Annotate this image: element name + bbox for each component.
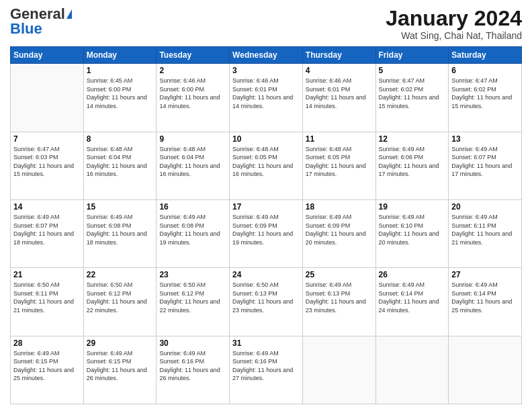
- calendar-cell: 14 Sunrise: 6:49 AM Sunset: 6:07 PM Dayl…: [11, 199, 84, 267]
- calendar-week-3: 14 Sunrise: 6:49 AM Sunset: 6:07 PM Dayl…: [11, 199, 522, 267]
- calendar-cell: 15 Sunrise: 6:49 AM Sunset: 6:08 PM Dayl…: [83, 199, 157, 267]
- calendar-cell: 7 Sunrise: 6:47 AM Sunset: 6:03 PM Dayli…: [11, 132, 84, 199]
- cell-info: Sunrise: 6:48 AM Sunset: 6:05 PM Dayligh…: [306, 145, 373, 179]
- calendar-cell: 24 Sunrise: 6:50 AM Sunset: 6:13 PM Dayl…: [230, 268, 303, 336]
- day-number: 15: [87, 202, 154, 212]
- cell-info: Sunrise: 6:50 AM Sunset: 6:12 PM Dayligh…: [159, 281, 226, 314]
- calendar-cell: [449, 336, 522, 404]
- day-number: 7: [13, 134, 81, 144]
- calendar-cell: 31 Sunrise: 6:49 AM Sunset: 6:16 PM Dayl…: [230, 336, 303, 404]
- cell-info: Sunrise: 6:49 AM Sunset: 6:14 PM Dayligh…: [451, 281, 519, 314]
- cell-info: Sunrise: 6:48 AM Sunset: 6:05 PM Dayligh…: [232, 145, 300, 179]
- logo-text: General: [10, 7, 65, 21]
- logo-triangle-icon: [66, 9, 72, 19]
- col-sunday: Sunday: [11, 47, 84, 64]
- cell-info: Sunrise: 6:49 AM Sunset: 6:14 PM Dayligh…: [379, 281, 446, 314]
- calendar-cell: 22 Sunrise: 6:50 AM Sunset: 6:12 PM Dayl…: [83, 268, 157, 336]
- calendar-cell: 17 Sunrise: 6:49 AM Sunset: 6:09 PM Dayl…: [230, 199, 303, 267]
- cell-info: Sunrise: 6:49 AM Sunset: 6:15 PM Dayligh…: [87, 349, 154, 383]
- cell-info: Sunrise: 6:50 AM Sunset: 6:11 PM Dayligh…: [13, 281, 81, 314]
- day-number: 26: [379, 270, 446, 279]
- calendar-week-1: 1 Sunrise: 6:45 AM Sunset: 6:00 PM Dayli…: [11, 64, 522, 132]
- day-number: 31: [232, 338, 300, 348]
- calendar-cell: 12 Sunrise: 6:49 AM Sunset: 6:06 PM Dayl…: [375, 132, 449, 199]
- day-number: 2: [159, 66, 226, 75]
- day-number: 1: [87, 66, 154, 75]
- calendar-cell: 27 Sunrise: 6:49 AM Sunset: 6:14 PM Dayl…: [449, 268, 522, 336]
- cell-info: Sunrise: 6:49 AM Sunset: 6:13 PM Dayligh…: [306, 281, 373, 314]
- calendar-cell: 4 Sunrise: 6:46 AM Sunset: 6:01 PM Dayli…: [302, 64, 375, 132]
- calendar-cell: 26 Sunrise: 6:49 AM Sunset: 6:14 PM Dayl…: [375, 268, 449, 336]
- day-number: 22: [87, 270, 154, 279]
- calendar-cell: [302, 336, 375, 404]
- cell-info: Sunrise: 6:49 AM Sunset: 6:08 PM Dayligh…: [87, 213, 154, 246]
- cell-info: Sunrise: 6:50 AM Sunset: 6:13 PM Dayligh…: [232, 281, 300, 314]
- cell-info: Sunrise: 6:46 AM Sunset: 6:00 PM Dayligh…: [159, 77, 226, 110]
- day-number: 13: [451, 134, 519, 144]
- day-number: 24: [232, 270, 300, 279]
- calendar-cell: 29 Sunrise: 6:49 AM Sunset: 6:15 PM Dayl…: [83, 336, 157, 404]
- calendar-cell: 11 Sunrise: 6:48 AM Sunset: 6:05 PM Dayl…: [302, 132, 375, 199]
- cell-info: Sunrise: 6:47 AM Sunset: 6:02 PM Dayligh…: [451, 77, 519, 110]
- calendar-cell: 1 Sunrise: 6:45 AM Sunset: 6:00 PM Dayli…: [83, 64, 157, 132]
- cell-info: Sunrise: 6:49 AM Sunset: 6:08 PM Dayligh…: [159, 213, 226, 246]
- day-number: 8: [87, 134, 154, 144]
- day-number: 19: [379, 202, 446, 212]
- calendar-cell: 23 Sunrise: 6:50 AM Sunset: 6:12 PM Dayl…: [157, 268, 230, 336]
- cell-info: Sunrise: 6:50 AM Sunset: 6:12 PM Dayligh…: [87, 281, 154, 314]
- calendar-cell: 9 Sunrise: 6:48 AM Sunset: 6:04 PM Dayli…: [157, 132, 230, 199]
- col-friday: Friday: [375, 47, 449, 64]
- cell-info: Sunrise: 6:49 AM Sunset: 6:09 PM Dayligh…: [306, 213, 373, 246]
- calendar-cell: 13 Sunrise: 6:49 AM Sunset: 6:07 PM Dayl…: [449, 132, 522, 199]
- calendar: Sunday Monday Tuesday Wednesday Thursday…: [10, 46, 522, 404]
- location: Wat Sing, Chai Nat, Thailand: [386, 30, 522, 41]
- calendar-cell: 30 Sunrise: 6:49 AM Sunset: 6:16 PM Dayl…: [157, 336, 230, 404]
- col-saturday: Saturday: [449, 47, 522, 64]
- cell-info: Sunrise: 6:49 AM Sunset: 6:16 PM Dayligh…: [232, 349, 300, 383]
- logo: General Blue: [10, 7, 72, 36]
- day-number: 5: [379, 66, 446, 75]
- calendar-week-4: 21 Sunrise: 6:50 AM Sunset: 6:11 PM Dayl…: [11, 268, 522, 336]
- calendar-cell: 19 Sunrise: 6:49 AM Sunset: 6:10 PM Dayl…: [375, 199, 449, 267]
- calendar-cell: 3 Sunrise: 6:46 AM Sunset: 6:01 PM Dayli…: [230, 64, 303, 132]
- cell-info: Sunrise: 6:49 AM Sunset: 6:07 PM Dayligh…: [13, 213, 81, 246]
- cell-info: Sunrise: 6:47 AM Sunset: 6:02 PM Dayligh…: [379, 77, 446, 110]
- cell-info: Sunrise: 6:45 AM Sunset: 6:00 PM Dayligh…: [87, 77, 154, 110]
- cell-info: Sunrise: 6:46 AM Sunset: 6:01 PM Dayligh…: [232, 77, 300, 110]
- calendar-cell: 8 Sunrise: 6:48 AM Sunset: 6:04 PM Dayli…: [83, 132, 157, 199]
- cell-info: Sunrise: 6:49 AM Sunset: 6:09 PM Dayligh…: [232, 213, 300, 246]
- col-monday: Monday: [83, 47, 157, 64]
- cell-info: Sunrise: 6:49 AM Sunset: 6:10 PM Dayligh…: [379, 213, 446, 246]
- calendar-cell: 16 Sunrise: 6:49 AM Sunset: 6:08 PM Dayl…: [157, 199, 230, 267]
- day-number: 11: [306, 134, 373, 144]
- calendar-cell: 21 Sunrise: 6:50 AM Sunset: 6:11 PM Dayl…: [11, 268, 84, 336]
- calendar-cell: 5 Sunrise: 6:47 AM Sunset: 6:02 PM Dayli…: [375, 64, 449, 132]
- day-number: 27: [451, 270, 519, 279]
- month-title: January 2024: [386, 7, 522, 30]
- calendar-cell: 6 Sunrise: 6:47 AM Sunset: 6:02 PM Dayli…: [449, 64, 522, 132]
- col-tuesday: Tuesday: [157, 47, 230, 64]
- col-wednesday: Wednesday: [230, 47, 303, 64]
- cell-info: Sunrise: 6:47 AM Sunset: 6:03 PM Dayligh…: [13, 145, 81, 179]
- cell-info: Sunrise: 6:46 AM Sunset: 6:01 PM Dayligh…: [306, 77, 373, 110]
- title-block: January 2024 Wat Sing, Chai Nat, Thailan…: [386, 7, 522, 41]
- calendar-cell: 10 Sunrise: 6:48 AM Sunset: 6:05 PM Dayl…: [230, 132, 303, 199]
- page: General Blue January 2024 Wat Sing, Chai…: [0, 0, 532, 411]
- calendar-cell: 20 Sunrise: 6:49 AM Sunset: 6:11 PM Dayl…: [449, 199, 522, 267]
- day-number: 10: [232, 134, 300, 144]
- calendar-week-5: 28 Sunrise: 6:49 AM Sunset: 6:15 PM Dayl…: [11, 336, 522, 404]
- day-number: 9: [159, 134, 226, 144]
- day-number: 18: [306, 202, 373, 212]
- header: General Blue January 2024 Wat Sing, Chai…: [10, 7, 522, 41]
- day-number: 25: [306, 270, 373, 279]
- calendar-week-2: 7 Sunrise: 6:47 AM Sunset: 6:03 PM Dayli…: [11, 132, 522, 199]
- day-number: 17: [232, 202, 300, 212]
- cell-info: Sunrise: 6:49 AM Sunset: 6:06 PM Dayligh…: [379, 145, 446, 179]
- day-number: 29: [87, 338, 154, 348]
- day-number: 6: [451, 66, 519, 75]
- day-number: 28: [13, 338, 81, 348]
- day-number: 4: [306, 66, 373, 75]
- day-number: 14: [13, 202, 81, 212]
- cell-info: Sunrise: 6:49 AM Sunset: 6:11 PM Dayligh…: [451, 213, 519, 246]
- cell-info: Sunrise: 6:48 AM Sunset: 6:04 PM Dayligh…: [87, 145, 154, 179]
